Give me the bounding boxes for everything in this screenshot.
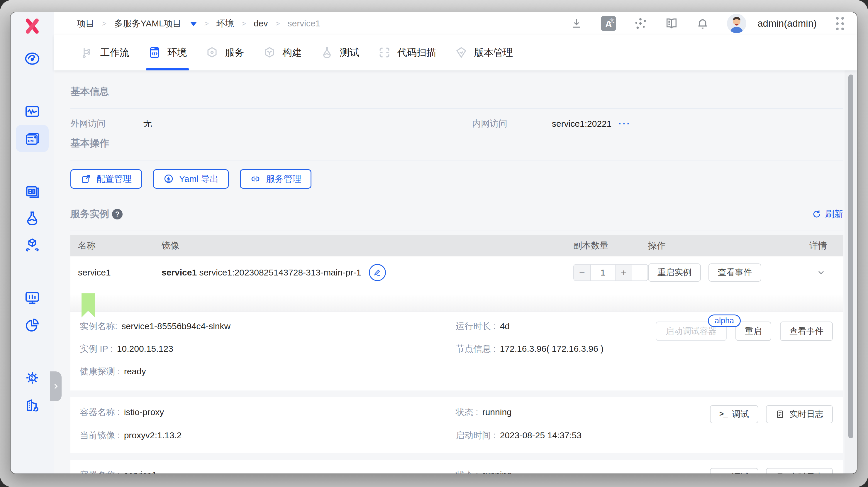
debug-button[interactable]: >_调试	[710, 405, 758, 423]
breadcrumb-dropdown-caret[interactable]	[190, 22, 197, 29]
delivery-box-icon	[24, 237, 40, 253]
collapse-details-button[interactable]	[786, 268, 836, 277]
replica-increment-button[interactable]: +	[616, 265, 632, 280]
tab-code-scan[interactable]: 代码扫描	[378, 35, 436, 70]
scrollbar-thumb[interactable]	[848, 74, 853, 438]
sidebar-item-testing[interactable]	[16, 205, 49, 232]
debug-button[interactable]: >_调试	[710, 468, 758, 474]
tab-label: 代码扫描	[397, 46, 436, 59]
translate-icon[interactable]: A 文	[601, 16, 616, 31]
app-window: PM	[10, 12, 857, 474]
breadcrumb-separator: >	[275, 19, 280, 28]
breadcrumb-service: service1	[288, 19, 320, 28]
external-access-value: 无	[143, 118, 152, 130]
breadcrumb-env[interactable]: 环境	[216, 18, 234, 30]
restart-instances-button[interactable]: 重启实例	[648, 264, 701, 282]
log-file-icon	[775, 409, 785, 419]
replica-decrement-button[interactable]: −	[574, 265, 590, 280]
instances-section-header: 服务实例 ? 刷新	[70, 207, 843, 221]
chevron-down-icon	[816, 268, 826, 277]
breadcrumb-separator: >	[242, 19, 246, 28]
restart-instance-button[interactable]: 重启	[736, 322, 771, 341]
status-label: 状态 :	[456, 407, 478, 417]
live-logs-button[interactable]: 实时日志	[766, 405, 833, 423]
sidebar-item-organization[interactable]	[16, 391, 49, 418]
bell-icon[interactable]	[696, 17, 709, 30]
instances-title: 服务实例	[70, 207, 109, 221]
tab-label: 环境	[167, 46, 187, 59]
sidebar-item-project-pm[interactable]: PM	[16, 125, 49, 152]
tab-version[interactable]: 版本管理	[455, 35, 513, 70]
refresh-button[interactable]: 刷新	[812, 208, 843, 220]
view-events-button[interactable]: 查看事件	[709, 264, 761, 282]
help-icon[interactable]: ?	[112, 209, 123, 219]
breadcrumb-project-name[interactable]: 多服务YAML项目	[114, 18, 181, 30]
tab-test[interactable]: 测试	[320, 35, 359, 70]
internal-access-field: 内网访问 service1:20221 ···	[457, 118, 843, 130]
replica-count[interactable]: 1	[590, 265, 616, 280]
start-debug-container-button[interactable]: 启动调试容器 alpha	[656, 322, 727, 341]
page-content: 基本信息 外网访问 无 内网访问 service1:20221 ··· 基本操作	[54, 70, 857, 474]
external-access-field: 外网访问 无	[70, 118, 457, 130]
topbar-actions: A 文	[570, 14, 844, 33]
sidebar-item-dashboard[interactable]	[16, 45, 49, 72]
brand-logo-x[interactable]	[23, 17, 41, 35]
sidebar-item-monitoring[interactable]	[16, 98, 49, 125]
sidebar-item-analytics[interactable]	[16, 311, 49, 339]
container-name-label: 容器名称 :	[80, 470, 120, 474]
sidebar-item-delivery[interactable]	[16, 232, 49, 259]
col-details: 详情	[786, 240, 836, 252]
basic-ops-title: 基本操作	[70, 137, 843, 150]
edit-image-button[interactable]	[369, 264, 386, 281]
user-avatar[interactable]	[727, 14, 746, 33]
tab-label: 版本管理	[474, 46, 513, 59]
breadcrumb: 项目 > 多服务YAML项目 > 环境 > dev > service1	[77, 18, 320, 30]
sidebar-collapse-handle[interactable]	[50, 371, 62, 401]
container-actions: >_调试 实时日志	[710, 468, 833, 474]
docs-icon[interactable]	[665, 17, 678, 30]
apps-gallery-icon	[24, 183, 40, 200]
tab-services[interactable]: 服务	[206, 35, 244, 70]
status-label: 状态 :	[456, 470, 478, 474]
tab-label: 构建	[282, 46, 302, 59]
container-name-value: istio-proxy	[124, 407, 164, 417]
user-name[interactable]: admin(admin)	[757, 18, 817, 29]
detail-panel-body: 实例名称:service1-85556b94c4-slnkw 运行时长 :4d …	[70, 311, 843, 391]
tab-environment[interactable]: 环境	[148, 35, 187, 70]
terminal-icon: >_	[719, 410, 727, 419]
more-dots-icon[interactable]	[836, 17, 844, 30]
tab-workflow[interactable]: 工作流	[81, 35, 129, 70]
table-header: 名称 镜像 副本数量 操作 详情	[70, 235, 843, 256]
cluster-icon[interactable]	[634, 17, 647, 30]
download-icon[interactable]	[570, 17, 583, 30]
col-actions: 操作	[648, 240, 786, 252]
tab-label: 工作流	[100, 46, 129, 59]
pencil-icon	[373, 268, 382, 277]
col-image: 镜像	[162, 240, 573, 252]
service-manage-button[interactable]: 服务管理	[240, 169, 311, 189]
image-service: service1	[162, 268, 197, 277]
breadcrumb-project[interactable]: 项目	[77, 18, 94, 30]
alpha-badge: alpha	[708, 314, 741, 327]
divider	[70, 160, 843, 160]
breadcrumb-dev[interactable]: dev	[254, 19, 268, 28]
live-logs-button[interactable]: 实时日志	[766, 468, 833, 474]
more-ellipsis-button[interactable]: ···	[618, 119, 631, 129]
sidebar-item-settings[interactable]: Z	[16, 364, 49, 391]
col-name: 名称	[78, 240, 162, 252]
flask-icon	[24, 210, 40, 226]
yaml-export-button[interactable]: Yaml 导出	[153, 169, 229, 189]
container-actions: >_调试 实时日志	[710, 405, 833, 423]
sidebar-item-apps[interactable]	[16, 178, 49, 205]
start-time-label: 启动时间 :	[456, 430, 496, 440]
link-icon	[250, 174, 261, 184]
instances-table: 名称 镜像 副本数量 操作 详情 service1 service1 servi…	[70, 235, 843, 391]
tab-build[interactable]: 构建	[263, 35, 302, 70]
config-manage-button[interactable]: 配置管理	[70, 169, 142, 189]
environment-code-icon	[148, 46, 161, 59]
sidebar-item-reports[interactable]	[16, 284, 49, 311]
breadcrumb-separator: >	[205, 19, 209, 28]
test-flask-icon	[320, 46, 333, 59]
instance-view-events-button[interactable]: 查看事件	[780, 322, 833, 341]
desktop-background: PM	[0, 0, 868, 487]
